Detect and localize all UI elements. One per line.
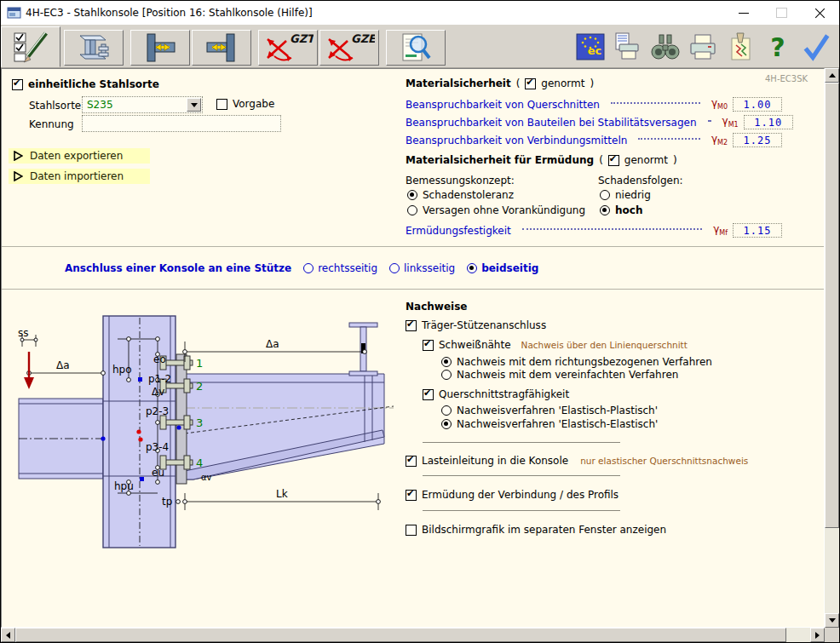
uniform-steel-label: einheitliche Stahlsorte bbox=[28, 78, 159, 90]
steel-profile-button[interactable] bbox=[64, 30, 124, 66]
concept-tolerance-radio[interactable] bbox=[407, 190, 417, 200]
weld-simplified-radio[interactable] bbox=[441, 370, 452, 380]
gamma-m0-value[interactable]: 1.00 bbox=[733, 97, 782, 112]
bracket-drawing: 1 2 3 4 bbox=[3, 299, 399, 559]
cross-section-checkbox[interactable] bbox=[423, 389, 434, 400]
fatigue-checkbox[interactable] bbox=[406, 490, 417, 501]
export-arrow-icon bbox=[14, 151, 23, 161]
scroll-down-button[interactable] bbox=[825, 613, 839, 628]
svg-text:4: 4 bbox=[196, 456, 203, 469]
gze-loads-button[interactable]: GZE bbox=[319, 30, 379, 66]
uniform-steel-checkbox[interactable] bbox=[12, 79, 23, 90]
vertical-scroll-track[interactable] bbox=[825, 83, 839, 613]
main-region: einheitliche Stahlsorte Stahlsorte S235 … bbox=[1, 68, 839, 642]
fatigue-normed-checkbox[interactable] bbox=[608, 155, 619, 166]
gamma-m1-value[interactable]: 1.10 bbox=[744, 115, 793, 129]
horizontal-scroll-track[interactable] bbox=[15, 628, 810, 642]
gamma-mf-value[interactable]: 1.15 bbox=[733, 223, 782, 238]
elastic-plastic-radio[interactable] bbox=[441, 405, 452, 416]
beam-column-checkbox[interactable] bbox=[406, 320, 417, 331]
scroll-up-button[interactable] bbox=[825, 68, 839, 83]
fatigue-strength-label[interactable]: Ermüdungsfestigkeit bbox=[406, 225, 511, 237]
right-side-radio[interactable] bbox=[303, 263, 314, 273]
consequence-low-radio[interactable] bbox=[600, 190, 610, 200]
both-sides-radio[interactable] bbox=[467, 263, 477, 273]
gamma-row-label[interactable]: Beanspruchbarkeit von Verbindungsmitteln bbox=[406, 135, 627, 146]
minimize-icon bbox=[739, 13, 749, 14]
concept-label: Bemessungskonzept: bbox=[406, 175, 515, 187]
leader-dots bbox=[611, 102, 700, 104]
material-normed-checkbox[interactable] bbox=[525, 78, 536, 89]
close-button[interactable] bbox=[801, 2, 839, 25]
weld-directional-radio[interactable] bbox=[441, 357, 452, 367]
horizontal-scroll-thumb[interactable] bbox=[15, 628, 786, 642]
gamma-row: Beanspruchbarkeit von Bauteilen bei Stab… bbox=[406, 115, 782, 129]
svg-text:3: 3 bbox=[196, 416, 203, 429]
scrollbar-corner bbox=[825, 628, 839, 642]
maximize-button[interactable] bbox=[762, 2, 801, 25]
load-intro-checkbox[interactable] bbox=[406, 456, 417, 467]
right-arrow-icon bbox=[815, 632, 820, 639]
svg-text:hpu: hpu bbox=[114, 480, 134, 492]
left-side-radio[interactable] bbox=[389, 263, 400, 273]
concept-failure-radio[interactable] bbox=[407, 205, 417, 215]
elastic-elastic-radio[interactable] bbox=[441, 419, 452, 429]
divider bbox=[423, 442, 620, 443]
consequence-option-row: hoch bbox=[600, 204, 642, 216]
print-button[interactable] bbox=[687, 30, 719, 64]
vertical-scroll-thumb[interactable] bbox=[825, 83, 839, 528]
scroll-left-button[interactable] bbox=[1, 628, 15, 642]
checks-title: Nachweise bbox=[406, 301, 467, 313]
vorgabe-checkbox[interactable] bbox=[216, 99, 227, 110]
material-title: Materialsicherheit bbox=[406, 78, 511, 89]
kennung-input[interactable] bbox=[82, 115, 281, 132]
confirm-button[interactable] bbox=[799, 30, 831, 64]
connection-right-button[interactable] bbox=[192, 30, 251, 66]
material-title-row: Materialsicherheit ( genormt ) bbox=[406, 78, 594, 89]
window-title: 4H-EC3 - Stahlkonsole [Position 16: Stah… bbox=[26, 7, 724, 19]
scroll-right-button[interactable] bbox=[810, 628, 825, 642]
weld-method-row: Nachweis mit dem vereinfachten Verfahren bbox=[441, 369, 678, 381]
leader-dots bbox=[522, 228, 702, 230]
separate-window-checkbox[interactable] bbox=[406, 525, 417, 536]
export-data-link[interactable]: Daten exportieren bbox=[9, 148, 150, 164]
print-preview-button[interactable] bbox=[386, 30, 446, 66]
dropdown-arrow-icon[interactable] bbox=[187, 98, 201, 112]
search-button[interactable] bbox=[649, 30, 682, 64]
gamma-row-label[interactable]: Beanspruchbarkeit von Querschnitten bbox=[406, 99, 600, 111]
welds-note: Nachweis über den Linienquerschnitt bbox=[521, 340, 688, 350]
vertical-scrollbar[interactable] bbox=[825, 68, 839, 628]
consequence-high-radio[interactable] bbox=[600, 205, 610, 215]
printer-icon bbox=[687, 31, 719, 63]
help-button[interactable]: ? bbox=[762, 30, 794, 64]
horizontal-scrollbar[interactable] bbox=[1, 628, 825, 642]
gamma-m2-value[interactable]: 1.25 bbox=[733, 133, 782, 147]
welds-checkbox[interactable] bbox=[423, 340, 434, 351]
gzt-arrows-icon: GZT bbox=[262, 31, 314, 65]
connection-row: Anschluss einer Konsole an eine Stütze r… bbox=[65, 262, 538, 274]
input-settings-button[interactable] bbox=[1, 26, 60, 67]
connection-label: Anschluss einer Konsole an eine Stütze bbox=[65, 262, 291, 274]
fatigue-check-row: Ermüdung der Verbindung / des Profils bbox=[406, 489, 618, 501]
gamma-row-label[interactable]: Beanspruchbarkeit von Bauteilen bei Stab… bbox=[406, 117, 697, 129]
print-list-button[interactable] bbox=[612, 30, 644, 64]
grade-combo[interactable]: S235 bbox=[82, 96, 203, 113]
gzt-loads-button[interactable]: GZT bbox=[258, 30, 318, 66]
svg-text:Δa: Δa bbox=[266, 338, 279, 350]
concept-option-row: Schadenstoleranz bbox=[407, 189, 514, 201]
svg-text:eu: eu bbox=[152, 467, 164, 479]
consequence-option-row: niedrig bbox=[600, 189, 651, 201]
content-panel: einheitliche Stahlsorte Stahlsorte S235 … bbox=[1, 68, 825, 628]
minimize-button[interactable] bbox=[724, 2, 762, 25]
notes-button[interactable] bbox=[724, 30, 757, 64]
import-arrow-icon bbox=[14, 171, 23, 181]
svg-text:GZT: GZT bbox=[290, 32, 314, 45]
gamma-symbol: γMf bbox=[713, 223, 728, 237]
separator bbox=[2, 289, 824, 290]
material-normed-label: genormt bbox=[541, 78, 584, 89]
connection-left-button[interactable] bbox=[130, 30, 190, 66]
svg-text:2: 2 bbox=[196, 380, 203, 393]
vorgabe-label: Vorgabe bbox=[233, 98, 274, 110]
eurocode-button[interactable]: ec bbox=[574, 30, 607, 64]
import-data-link[interactable]: Daten importieren bbox=[9, 169, 150, 184]
